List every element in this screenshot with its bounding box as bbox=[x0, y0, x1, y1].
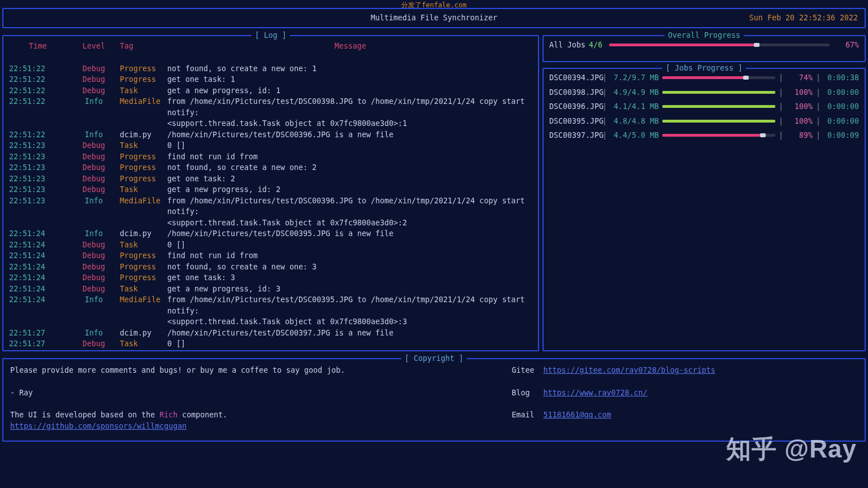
sep: | bbox=[816, 130, 821, 141]
jobs-panel-title: [ Jobs Progress ] bbox=[662, 63, 746, 74]
log-message: get one task: 3 bbox=[167, 272, 533, 284]
log-tag: Task bbox=[120, 284, 167, 295]
copyright-line1: Please provide more comments and bugs! o… bbox=[10, 365, 495, 376]
job-eta: 0:00:00 bbox=[824, 116, 859, 127]
log-tag: dcim.py bbox=[120, 228, 167, 239]
log-time: 22:51:24 bbox=[8, 272, 68, 284]
log-level: Info bbox=[68, 328, 120, 339]
log-message: get a new progress, id: 1 bbox=[167, 85, 533, 97]
log-tag: Task bbox=[120, 184, 167, 195]
app-title: Multimedia File Synchronizer bbox=[371, 12, 497, 24]
log-row: 22:51:22DebugProgressnot found, so creat… bbox=[8, 63, 533, 75]
blog-link[interactable]: https://www.ray0728.cn/ bbox=[544, 387, 648, 399]
log-panel: [ Log ] Time Level Tag Message 22:51:22D… bbox=[2, 35, 539, 351]
log-level: Debug bbox=[68, 173, 120, 185]
log-row: 22:51:23DebugProgressfind not run id fro… bbox=[8, 151, 533, 163]
log-level: Info bbox=[68, 129, 120, 141]
log-level: Debug bbox=[68, 284, 120, 295]
log-tag: MediaFile bbox=[120, 294, 167, 328]
job-pct: 100% bbox=[787, 116, 813, 127]
job-eta: 0:00:09 bbox=[824, 130, 859, 141]
log-time: 22:51:24 bbox=[8, 228, 68, 239]
log-message: from /home/xin/Pictures/test/DSC00398.JP… bbox=[167, 96, 533, 129]
log-level: Info bbox=[68, 96, 120, 129]
sep: | bbox=[779, 116, 783, 127]
sponsor-link[interactable]: https://github.com/sponsors/willmcgugan bbox=[10, 422, 186, 430]
job-size: 4.9/4.9 MB bbox=[610, 87, 659, 98]
log-header-tag: Tag bbox=[120, 41, 167, 52]
copyright-text: Please provide more comments and bugs! o… bbox=[10, 365, 495, 443]
log-row: 22:51:24DebugProgressnot found, so creat… bbox=[8, 262, 533, 273]
gitee-link[interactable]: https://gitee.com/ray0728/blog-scripts bbox=[544, 365, 715, 376]
log-row: 22:51:24DebugTask0 [] bbox=[8, 239, 533, 251]
job-progress-bar bbox=[662, 134, 775, 137]
sep: | bbox=[602, 87, 607, 98]
log-header-level: Level bbox=[68, 41, 120, 52]
log-row: 22:51:24Infodcim.py/home/xin/Pictures/te… bbox=[8, 228, 533, 239]
clock: Sun Feb 20 22:52:36 2022 bbox=[749, 12, 858, 24]
sep: | bbox=[779, 130, 783, 141]
log-message: 0 [] bbox=[167, 239, 533, 251]
log-message: from /home/xin/Pictures/test/DSC00396.JP… bbox=[167, 195, 533, 229]
sep: | bbox=[602, 101, 607, 112]
log-row: 22:51:23DebugTaskget a new progress, id:… bbox=[8, 184, 533, 195]
log-message: not found, so create a new one: 1 bbox=[167, 63, 533, 75]
log-message: get one task: 1 bbox=[167, 74, 533, 85]
log-level: Info bbox=[68, 294, 120, 328]
log-time: 22:51:24 bbox=[8, 239, 68, 251]
log-message: 0 [] bbox=[167, 338, 533, 350]
email-link[interactable]: 51181661@qq.com bbox=[544, 409, 611, 421]
sep: | bbox=[816, 101, 821, 112]
log-message: from /home/xin/Pictures/test/DSC00395.JP… bbox=[167, 294, 533, 328]
overall-panel-title: Overall Progress bbox=[665, 30, 744, 41]
job-progress-bar bbox=[662, 105, 775, 108]
log-message: get a new progress, id: 2 bbox=[167, 184, 533, 195]
log-tag: Progress bbox=[120, 262, 167, 273]
log-tag: dcim.py bbox=[120, 328, 167, 339]
overall-progress-bar bbox=[609, 43, 830, 46]
job-name: DSC00395.JPG bbox=[549, 116, 599, 127]
overall-count: 4/6 bbox=[589, 40, 602, 51]
dev-suffix: component. bbox=[177, 411, 227, 419]
log-time: 22:51:22 bbox=[8, 85, 68, 97]
log-level: Debug bbox=[68, 262, 120, 273]
job-row: DSC00395.JPG|4.8/4.8 MB|100%|0:00:00 bbox=[544, 112, 865, 127]
log-tag: Task bbox=[120, 85, 167, 97]
log-row: 22:51:23DebugProgressnot found, so creat… bbox=[8, 162, 533, 173]
sep: | bbox=[816, 72, 821, 84]
overall-pct: 67% bbox=[833, 40, 859, 51]
log-time: 22:51:23 bbox=[8, 162, 68, 173]
job-progress-bar bbox=[662, 91, 775, 94]
dev-prefix: The UI is developed based on the bbox=[10, 411, 159, 419]
overall-label: All Jobs bbox=[549, 40, 585, 51]
job-pct: 74% bbox=[787, 72, 813, 84]
job-row: DSC00396.JPG|4.1/4.1 MB|100%|0:00:00 bbox=[544, 98, 865, 112]
log-row: 22:51:23InfoMediaFilefrom /home/xin/Pict… bbox=[8, 195, 533, 229]
job-eta: 0:00:38 bbox=[824, 72, 859, 84]
job-eta: 0:00:00 bbox=[824, 87, 859, 98]
log-level: Debug bbox=[68, 151, 120, 163]
copyright-panel: [ Copyright ] Please provide more commen… bbox=[2, 358, 866, 442]
job-pct: 100% bbox=[787, 101, 813, 112]
log-tag: MediaFile bbox=[120, 96, 167, 129]
log-tag: Progress bbox=[120, 151, 167, 163]
log-time: 22:51:23 bbox=[8, 195, 68, 229]
log-tag: Task bbox=[120, 239, 167, 251]
log-row: 22:51:22InfoMediaFilefrom /home/xin/Pict… bbox=[8, 96, 533, 129]
job-row: DSC00397.JPG|4.4/5.0 MB|89%|0:00:09 bbox=[544, 127, 865, 141]
log-time: 22:51:23 bbox=[8, 173, 68, 185]
log-time: 22:51:23 bbox=[8, 184, 68, 195]
log-row: 22:51:24DebugProgressget one task: 3 bbox=[8, 272, 533, 284]
log-level: Debug bbox=[68, 85, 120, 97]
log-message: find not run id from bbox=[167, 250, 533, 262]
log-message: get one task: 2 bbox=[167, 173, 533, 185]
log-level: Debug bbox=[68, 184, 120, 195]
log-tag: Progress bbox=[120, 74, 167, 85]
log-message: get a new progress, id: 3 bbox=[167, 284, 533, 295]
log-tag: Progress bbox=[120, 173, 167, 185]
log-tag: dcim.py bbox=[120, 129, 167, 141]
log-level: Debug bbox=[68, 162, 120, 173]
log-message: /home/xin/Pictures/test/DSC00397.JPG is … bbox=[167, 328, 533, 339]
log-tag: Task bbox=[120, 140, 167, 151]
log-tag: MediaFile bbox=[120, 195, 167, 229]
